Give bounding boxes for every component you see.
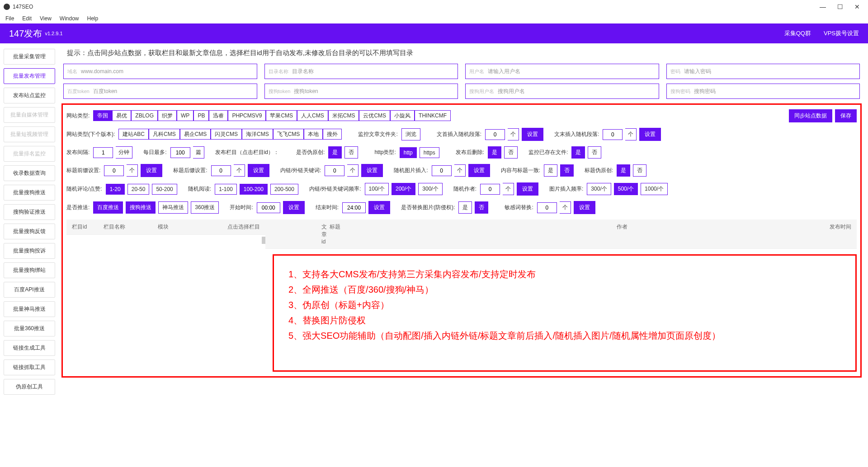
rand-img-input[interactable] [432,165,452,176]
site-type-option[interactable]: PHPCMSV9 [228,110,266,121]
replace-img-yes[interactable]: 是 [458,201,472,214]
close-button[interactable]: ✕ [853,3,862,10]
sidebar-item-6[interactable]: 收录数据查询 [4,165,55,181]
sidebar-item-14[interactable]: 批量360推送 [4,321,55,336]
delete-no[interactable]: 否 [504,146,518,159]
rand-img-set[interactable]: 设置 [468,164,490,177]
menu-window[interactable]: Window [56,14,83,23]
header-link-qq[interactable]: 采集QQ群 [784,29,811,37]
read-opt-1[interactable]: 100-200 [240,184,268,195]
text-input[interactable] [292,68,454,75]
img-freq-2[interactable]: 1000/个 [641,183,668,195]
end-time-input[interactable] [342,202,366,213]
text-input[interactable] [81,68,253,75]
push-sogou[interactable]: 搜狗推送 [126,201,156,214]
sidebar-item-10[interactable]: 批量搜狗投诉 [4,243,55,259]
suffix-para-input[interactable] [603,129,623,140]
site-type-option[interactable]: 云优CMS [359,110,390,121]
site-type-option[interactable]: 迅睿 [209,110,228,121]
keyword-freq-0[interactable]: 100/个 [365,183,389,195]
site-type-next-option[interactable]: 凡科CMS [149,129,180,140]
img-freq-0[interactable]: 300/个 [587,183,611,195]
https-option[interactable]: https [420,147,439,158]
interval-input[interactable] [93,147,113,158]
menu-edit[interactable]: Edit [19,14,35,23]
site-type-next-option[interactable]: 飞飞CMS [273,129,304,140]
daily-input[interactable] [170,147,190,158]
sidebar-item-2[interactable]: 发布站点监控 [4,88,55,103]
site-type-option[interactable]: PB [193,110,209,121]
site-type-option[interactable]: 米拓CMS [328,110,359,121]
delete-yes[interactable]: 是 [488,146,501,159]
replace-img-no[interactable]: 否 [475,201,488,214]
menu-view[interactable]: View [36,14,55,23]
end-time-set[interactable]: 设置 [368,201,390,214]
start-time-set[interactable]: 设置 [283,201,305,214]
img-freq-1[interactable]: 500/个 [614,183,638,195]
sensitive-input[interactable] [537,202,557,213]
site-type-next-option[interactable]: 易企CMS [180,129,211,140]
title-pseudo-no[interactable]: 否 [633,164,646,177]
comment-opt-0[interactable]: 1-20 [106,184,125,195]
title-prefix-set[interactable]: 设置 [141,164,162,177]
content-title-no[interactable]: 否 [560,164,574,177]
monitor-exist-no[interactable]: 否 [588,146,601,159]
pseudo-no[interactable]: 否 [344,146,358,159]
read-opt-0[interactable]: 1-100 [215,184,237,195]
text-input[interactable] [684,68,856,75]
sidebar-item-15[interactable]: 链接生成工具 [4,340,55,356]
http-option[interactable]: http [400,147,417,158]
sidebar-item-9[interactable]: 批量搜狗反馈 [4,224,55,239]
sidebar-item-12[interactable]: 百度API推送 [4,282,55,298]
site-type-option[interactable]: 织梦 [158,110,177,121]
minimize-button[interactable]: — [818,3,827,10]
sidebar-item-5[interactable]: 批量排名监控 [4,146,55,162]
text-input[interactable] [498,88,655,94]
maximize-button[interactable]: ☐ [835,3,844,10]
menu-file[interactable]: File [2,14,18,23]
site-type-option[interactable]: 人人CMS [297,110,328,121]
sidebar-item-11[interactable]: 批量搜狗绑站 [4,262,55,278]
sidebar-item-1[interactable]: 批量发布管理 [4,68,55,84]
sidebar-item-3[interactable]: 批量自媒体管理 [4,107,55,123]
comment-opt-1[interactable]: 20-50 [127,184,150,195]
keyword-set[interactable]: 设置 [361,164,383,177]
site-type-option[interactable]: 帝国 [93,110,112,121]
text-input[interactable] [694,88,856,94]
author-input[interactable] [480,184,500,195]
header-link-vps[interactable]: VPS拨号设置 [824,29,859,37]
keyword-freq-1[interactable]: 200/个 [392,183,415,195]
site-type-option[interactable]: 小旋风 [390,110,415,121]
push-shenma[interactable]: 神马推送 [158,201,188,214]
monitor-exist-yes[interactable]: 是 [571,146,585,159]
prefix-para-set[interactable]: 设置 [522,128,543,141]
site-type-next-option[interactable]: 闪灵CMS [211,129,242,140]
keyword-freq-2[interactable]: 300/个 [418,183,442,195]
title-pseudo-yes[interactable]: 是 [617,164,630,177]
author-set[interactable]: 设置 [517,182,538,196]
sidebar-item-0[interactable]: 批量采集管理 [4,49,55,65]
save-button[interactable]: 保存 [835,109,857,122]
sidebar-item-16[interactable]: 链接抓取工具 [4,360,55,375]
sidebar-item-4[interactable]: 批量短视频管理 [4,126,55,142]
site-type-next-option[interactable]: 本地 [304,129,323,140]
site-type-next-option[interactable]: 搜外 [323,129,342,140]
site-type-next-option[interactable]: 建站ABC [118,129,149,140]
site-type-next-option[interactable]: 海洋CMS [242,129,273,140]
pseudo-yes[interactable]: 是 [328,146,342,159]
suffix-para-set[interactable]: 设置 [639,128,661,141]
comment-opt-2[interactable]: 50-200 [152,184,177,195]
sidebar-item-7[interactable]: 批量搜狗推送 [4,185,55,201]
push-baidu[interactable]: 百度推送 [93,201,123,214]
site-type-option[interactable]: THINKCMF [415,110,451,121]
prefix-para-input[interactable] [485,129,505,140]
menu-help[interactable]: Help [84,14,102,23]
start-time-input[interactable] [257,202,280,213]
site-type-option[interactable]: WP [177,110,193,121]
text-input[interactable] [488,68,655,75]
scrollbar-thumb[interactable] [262,237,265,244]
site-type-option[interactable]: 苹果CMS [266,110,297,121]
text-input[interactable] [93,88,253,94]
sensitive-set[interactable]: 设置 [574,201,595,214]
sync-button[interactable]: 同步站点数据 [789,109,832,122]
